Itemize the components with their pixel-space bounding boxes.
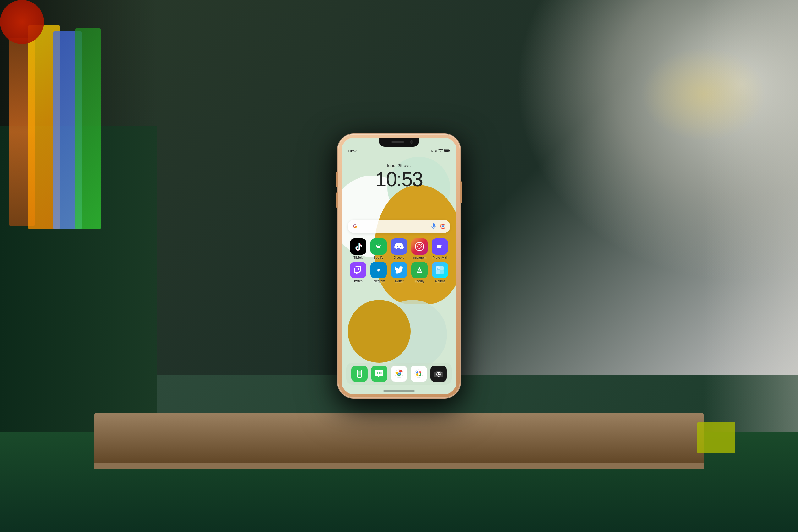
lamp-glow <box>641 47 766 141</box>
google-g-logo: G <box>352 223 358 230</box>
clock-date: lundi 25 avr. <box>341 163 457 168</box>
dock-phone[interactable] <box>351 365 368 382</box>
status-icons: N ⊘ <box>431 149 450 153</box>
svg-point-24 <box>398 373 400 375</box>
svg-rect-16 <box>436 270 440 274</box>
home-indicator <box>383 391 415 392</box>
twitch-icon <box>350 262 366 278</box>
svg-point-32 <box>438 374 440 375</box>
google-g-letter: G <box>353 224 357 229</box>
spotify-label: Spotify <box>374 256 383 260</box>
svg-point-11 <box>421 244 422 245</box>
spotify-icon <box>370 239 387 255</box>
svg-rect-12 <box>437 245 438 248</box>
scene: 10:53 N ⊘ <box>0 0 798 532</box>
discord-label: Discord <box>394 256 404 260</box>
app-grid: TikTok <box>341 239 457 285</box>
google-lens-icon[interactable] <box>440 223 446 230</box>
search-bar[interactable]: G <box>348 220 450 233</box>
object-top-left <box>0 0 44 44</box>
albums-icon <box>432 262 448 278</box>
twitter-label: Twitter <box>394 280 403 283</box>
protonmail-icon <box>432 239 448 255</box>
app-row-1: TikTok <box>348 239 450 260</box>
table-edge <box>94 463 704 469</box>
svg-rect-3 <box>433 223 434 227</box>
status-wifi <box>438 149 443 153</box>
app-feedly[interactable]: Feedly <box>410 262 429 283</box>
tiktok-label: TikTok <box>353 256 363 260</box>
wallpaper-gold-bottom <box>348 300 411 363</box>
status-time: 10:53 <box>348 149 357 153</box>
status-network: N <box>431 150 433 153</box>
status-mute: ⊘ <box>434 150 437 153</box>
app-protonmail[interactable]: ProtonMail <box>430 239 449 260</box>
svg-rect-15 <box>440 266 444 270</box>
notch-camera <box>410 140 413 144</box>
albums-label: Albums <box>435 280 445 283</box>
dock-chrome[interactable] <box>391 365 407 382</box>
app-twitter[interactable]: Twitter <box>390 262 408 283</box>
app-albums[interactable]: Albums <box>430 262 449 283</box>
svg-point-30 <box>417 373 420 375</box>
dock <box>346 363 452 385</box>
volume-down-button[interactable] <box>336 192 338 208</box>
clock-time: 10:53 <box>341 169 457 189</box>
app-instagram[interactable]: Instagram <box>410 239 429 260</box>
power-button[interactable] <box>460 181 462 203</box>
status-bar: 10:53 N ⊘ <box>341 147 457 155</box>
phone: 10:53 N ⊘ <box>338 134 460 398</box>
protonmail-label: ProtonMail <box>432 256 447 260</box>
svg-point-10 <box>417 245 421 248</box>
clock-area: lundi 25 avr. 10:53 <box>341 163 457 189</box>
svg-point-20 <box>381 373 382 374</box>
svg-rect-2 <box>444 150 449 152</box>
svg-point-33 <box>441 373 442 374</box>
svg-point-19 <box>378 373 380 374</box>
twitch-label: Twitch <box>353 280 362 283</box>
app-spotify[interactable]: Spotify <box>369 239 388 260</box>
app-row-2: Twitch <box>348 262 450 283</box>
shelf-accent <box>698 422 735 454</box>
discord-icon <box>391 239 407 255</box>
tiktok-icon <box>350 239 366 255</box>
app-telegram[interactable]: Telegram <box>369 262 388 283</box>
dock-camera[interactable] <box>430 365 447 382</box>
table <box>94 413 704 469</box>
phone-body: 10:53 N ⊘ <box>338 134 460 398</box>
google-mic-icon[interactable] <box>430 223 437 230</box>
telegram-icon <box>370 262 387 278</box>
feedly-icon <box>411 262 428 278</box>
wallpaper: 10:53 N ⊘ <box>341 138 457 394</box>
svg-rect-17 <box>440 270 444 274</box>
twitter-icon <box>391 262 407 278</box>
svg-point-18 <box>377 373 378 374</box>
volume-up-button[interactable] <box>336 172 338 188</box>
dock-messages[interactable] <box>371 365 387 382</box>
feedly-label: Feedly <box>415 280 424 283</box>
app-tiktok[interactable]: TikTok <box>349 239 368 260</box>
notch-speaker <box>391 141 404 142</box>
svg-point-7 <box>442 226 444 227</box>
instagram-icon <box>411 239 428 255</box>
dock-assistant[interactable] <box>411 365 427 382</box>
svg-rect-1 <box>449 150 450 151</box>
telegram-label: Telegram <box>372 280 385 283</box>
app-discord[interactable]: Discord <box>390 239 408 260</box>
app-twitch[interactable]: Twitch <box>349 262 368 283</box>
book-4 <box>75 28 100 229</box>
notch <box>378 138 420 147</box>
instagram-label: Instagram <box>412 256 426 260</box>
phone-screen: 10:53 N ⊘ <box>341 138 457 394</box>
status-battery <box>444 149 450 153</box>
